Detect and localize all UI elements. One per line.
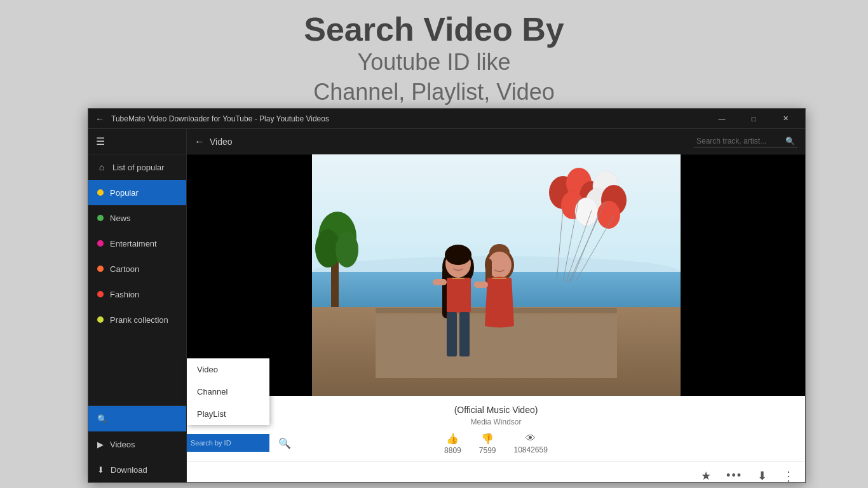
video-channel: Media Windsor [200, 417, 792, 426]
popular-dot [97, 189, 104, 196]
maximize-button[interactable]: □ [739, 109, 768, 129]
video-area: (Official Music Video) Media Windsor 👍 8… [187, 154, 805, 482]
close-button[interactable]: ✕ [771, 109, 800, 129]
sidebar-item-search[interactable]: 🔍 [88, 406, 186, 431]
video-info: (Official Music Video) Media Windsor 👍 8… [187, 396, 805, 461]
sidebar: ☰ ⌂ List of popular Popular News [88, 129, 187, 482]
titlebar-back-button[interactable]: ← [93, 112, 106, 125]
search-id-icon[interactable]: 🔍 [278, 437, 291, 449]
videos-label: Videos [110, 440, 135, 449]
more-options-button[interactable]: ••• [726, 469, 742, 482]
download-label: Download [111, 465, 147, 475]
content-title: Video [210, 137, 689, 147]
hamburger-icon[interactable]: ☰ [96, 135, 105, 147]
sidebar-item-popular[interactable]: Popular [88, 180, 186, 205]
titlebar-controls: — □ ✕ [707, 109, 800, 129]
svg-point-16 [575, 198, 598, 226]
sidebar-item-download[interactable]: ⬇ Download [88, 457, 186, 482]
sidebar-nav: ⌂ List of popular Popular News Entertaim… [88, 154, 186, 405]
hero-line2: Youtube ID like [0, 48, 868, 78]
content-area: ← Video 🔍 [187, 129, 805, 482]
svg-point-9 [336, 232, 358, 268]
content-back-button[interactable]: ← [194, 136, 205, 147]
dropdown-menu: Video Channel PlayList [187, 358, 269, 425]
news-dot [97, 215, 104, 221]
sidebar-item-label: Cartoon [110, 264, 139, 274]
video-icon: ▶ [97, 440, 104, 449]
search-icon: 🔍 [97, 414, 107, 424]
sidebar-item-fashion[interactable]: Fashion [88, 281, 186, 307]
dropdown-playlist[interactable]: PlayList [187, 403, 269, 425]
dislikes-count: 7599 [479, 446, 496, 455]
svg-rect-31 [459, 312, 470, 356]
home-icon: ⌂ [97, 162, 106, 172]
hero-line1: Search Video By [0, 11, 868, 48]
header-search-input[interactable] [696, 137, 785, 146]
hero-section: Search Video By Youtube ID like Channel,… [0, 0, 868, 114]
bottom-action-bar: ★ ••• ⬇ ⋮ [187, 461, 805, 482]
svg-point-28 [445, 245, 471, 265]
video-player [187, 154, 805, 396]
sidebar-item-label: Entertaiment [110, 239, 157, 248]
hero-line3: Channel, Playlist, Video [0, 78, 868, 107]
header-search-icon[interactable]: 🔍 [785, 137, 795, 146]
sidebar-item-label: Prank collection [110, 315, 168, 325]
titlebar: ← TubeMate Video Downloader for YouTube … [88, 109, 805, 129]
thumbs-up-icon: 👍 [446, 433, 459, 445]
sidebar-item-label: News [110, 214, 131, 223]
video-title: (Official Music Video) [200, 405, 792, 415]
views-icon: 👁 [526, 433, 536, 444]
main-area: ☰ ⌂ List of popular Popular News [88, 129, 805, 482]
svg-rect-37 [474, 281, 488, 288]
views-count: 10842659 [514, 445, 548, 454]
sidebar-item-prank[interactable]: Prank collection [88, 307, 186, 332]
titlebar-title: TubeMate Video Downloader for YouTube - … [111, 114, 707, 123]
svg-rect-32 [433, 279, 447, 285]
cartoon-dot [97, 266, 104, 272]
sidebar-item-cartoon[interactable]: Cartoon [88, 256, 186, 281]
video-thumbnail[interactable] [312, 154, 681, 396]
svg-rect-29 [447, 278, 471, 313]
prank-dot [97, 316, 104, 323]
sidebar-item-label: Popular [110, 188, 139, 198]
sidebar-header: ☰ [88, 129, 186, 154]
thumbs-down-icon: 👎 [481, 433, 494, 445]
views-stat: 👁 10842659 [514, 433, 548, 455]
sidebar-item-videos[interactable]: ▶ Videos [88, 431, 186, 457]
search-id-input[interactable] [191, 439, 278, 447]
minimize-button[interactable]: — [707, 109, 736, 129]
dropdown-channel[interactable]: Channel [187, 381, 269, 403]
likes-count: 8809 [444, 446, 461, 455]
header-search: 🔍 [694, 135, 797, 147]
svg-rect-30 [447, 312, 457, 356]
sidebar-item-list-popular[interactable]: ⌂ List of popular [88, 154, 186, 180]
search-id-bar: 🔍 [187, 434, 269, 452]
sidebar-item-news[interactable]: News [88, 205, 186, 231]
sidebar-item-label: List of popular [112, 163, 165, 172]
sidebar-item-entertainment[interactable]: Entertaiment [88, 231, 186, 256]
favorite-button[interactable]: ★ [701, 469, 711, 483]
entertainment-dot [97, 240, 104, 247]
sidebar-bottom: 🔍 ▶ Videos ⬇ Download [88, 405, 186, 482]
app-window: ← TubeMate Video Downloader for YouTube … [88, 108, 806, 483]
download-icon: ⬇ [97, 465, 104, 475]
dislikes-stat: 👎 7599 [479, 433, 496, 455]
menu-button[interactable]: ⋮ [782, 468, 795, 483]
dropdown-video[interactable]: Video [187, 358, 269, 381]
likes-stat: 👍 8809 [444, 433, 461, 455]
sidebar-item-label: Fashion [110, 290, 139, 299]
fashion-dot [97, 291, 104, 297]
content-header: ← Video 🔍 [187, 129, 805, 154]
download-button[interactable]: ⬇ [757, 469, 767, 483]
